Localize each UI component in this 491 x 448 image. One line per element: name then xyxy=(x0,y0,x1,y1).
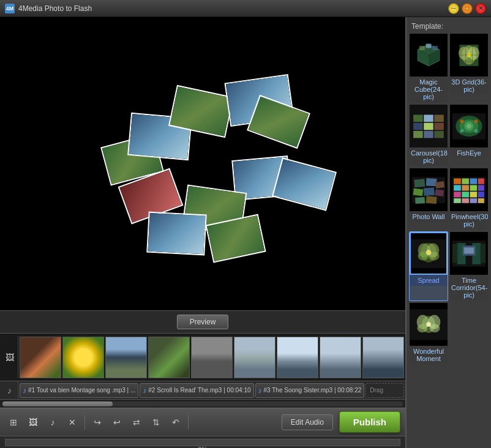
maximize-button[interactable]: □ xyxy=(462,3,473,14)
note-icon: ♪ xyxy=(23,386,26,395)
template-wonderful-moment[interactable]: Wonderful Moment xyxy=(409,302,448,365)
template-fisheye[interactable]: FishEye xyxy=(449,104,489,166)
svg-point-11 xyxy=(467,53,471,57)
svg-rect-24 xyxy=(424,130,433,138)
photo-11 xyxy=(272,157,337,211)
template-carousel[interactable]: Carousel(18-pic) xyxy=(409,104,448,166)
scrollbar-track[interactable] xyxy=(2,401,403,406)
photo-strip: 🖼 xyxy=(0,333,405,381)
svg-rect-59 xyxy=(470,198,478,203)
svg-rect-45 xyxy=(454,178,461,184)
svg-rect-6 xyxy=(432,46,438,50)
template-photo-wall[interactable]: Photo Wall xyxy=(409,168,448,230)
audio-sidebar: ♪ xyxy=(1,381,18,399)
scattered-photos xyxy=(86,66,319,262)
delete-button[interactable]: ✕ xyxy=(64,414,81,431)
loop-button[interactable]: ⇄ xyxy=(128,414,145,431)
progress-bar-area: 0% xyxy=(0,436,405,448)
svg-point-68 xyxy=(427,251,430,253)
svg-rect-36 xyxy=(414,179,425,187)
svg-rect-37 xyxy=(426,178,437,186)
svg-rect-20 xyxy=(413,122,423,130)
svg-rect-53 xyxy=(454,192,461,197)
image-icon: 🖼 xyxy=(6,353,14,362)
scrollbar-area xyxy=(0,399,405,408)
scrollbar-thumb[interactable] xyxy=(2,401,113,406)
svg-rect-74 xyxy=(452,244,458,263)
title-bar: 4M 4Media Photo to Flash ─ □ ✕ xyxy=(0,0,491,17)
strip-photo[interactable] xyxy=(191,337,233,378)
svg-rect-54 xyxy=(462,192,469,197)
drag-label: Drag xyxy=(370,387,383,394)
audio-item-3[interactable]: ♪ #3 The Soong Sister.mp3 | 00:08:22 xyxy=(255,383,365,398)
audio-item-2[interactable]: ♪ #2 Scroll Is Read' The.mp3 | 00:04:10 xyxy=(140,383,253,398)
svg-rect-55 xyxy=(470,192,478,197)
audio-track-1-text: #1 Tout va bien Montage song .mp3 | ... xyxy=(28,387,135,394)
template-thumb xyxy=(410,303,448,346)
template-pinwheel[interactable]: Pinwheel(30-pic) xyxy=(449,168,489,230)
app-title: 4Media Photo to Flash xyxy=(18,4,448,13)
template-spread[interactable]: Spread xyxy=(409,231,448,301)
svg-rect-4 xyxy=(419,46,425,50)
template-label: Pinwheel(30-pic) xyxy=(450,211,488,230)
audio-track: ♪ ♪ #1 Tout va bien Montage song .mp3 | … xyxy=(0,381,405,399)
svg-rect-60 xyxy=(478,198,484,203)
fit-button[interactable]: ⊞ xyxy=(5,414,22,431)
template-thumb xyxy=(410,232,448,275)
svg-rect-75 xyxy=(480,244,485,263)
svg-point-84 xyxy=(427,323,430,326)
template-label: Magic Cube(24-pic) xyxy=(410,77,448,102)
strip-photo[interactable] xyxy=(234,337,275,378)
template-3d-grid[interactable]: 3D Grid(36-pic) xyxy=(449,33,489,103)
svg-point-33 xyxy=(460,129,463,132)
redo-button[interactable]: ↩ xyxy=(108,414,126,431)
template-time-corridor[interactable]: Time Corridor(54-pic) xyxy=(449,231,489,301)
strip-photo[interactable] xyxy=(362,337,404,378)
close-button[interactable]: ✕ xyxy=(475,3,486,14)
back-button[interactable]: ↶ xyxy=(167,414,184,431)
preview-button[interactable]: Preview xyxy=(177,315,229,329)
template-thumb xyxy=(450,168,488,211)
audio-item-1[interactable]: ♪ #1 Tout va bien Montage song .mp3 | ..… xyxy=(20,383,138,398)
svg-rect-38 xyxy=(435,181,444,189)
photo-5 xyxy=(247,94,310,148)
image-button[interactable]: 🖼 xyxy=(24,414,42,431)
svg-rect-39 xyxy=(413,188,424,195)
note-icon: ♪ xyxy=(258,386,262,395)
audio-button[interactable]: ♪ xyxy=(44,414,61,431)
strip-photo[interactable] xyxy=(320,337,361,378)
svg-point-81 xyxy=(417,324,427,332)
separator-1 xyxy=(84,415,85,430)
template-scroll[interactable]: Magic Cube(24-pic) xyxy=(407,33,491,448)
strip-photo[interactable] xyxy=(148,337,190,378)
template-header: Template: xyxy=(407,17,491,33)
strip-photo[interactable] xyxy=(277,337,318,378)
svg-rect-42 xyxy=(415,197,425,204)
template-thumb xyxy=(450,105,488,147)
shuffle-button[interactable]: ⇅ xyxy=(148,414,165,431)
strip-photo[interactable] xyxy=(20,337,61,378)
template-thumb xyxy=(450,232,488,275)
template-magic-cube[interactable]: Magic Cube(24-pic) xyxy=(409,33,448,103)
svg-rect-56 xyxy=(478,192,484,197)
separator-2 xyxy=(188,415,189,430)
undo-button[interactable]: ↩ xyxy=(89,414,106,431)
edit-audio-button[interactable]: Edit Audio xyxy=(282,414,333,430)
audio-track-3-text: #3 The Soong Sister.mp3 | 00:08:22 xyxy=(264,387,362,394)
strip-sidebar: 🖼 xyxy=(1,336,18,378)
svg-rect-41 xyxy=(435,189,444,196)
svg-rect-40 xyxy=(424,187,435,196)
audio-drag-area[interactable]: Drag xyxy=(365,383,404,398)
svg-rect-52 xyxy=(478,185,484,190)
svg-rect-76 xyxy=(464,247,474,253)
template-thumb xyxy=(450,34,488,77)
svg-rect-5 xyxy=(426,43,432,48)
svg-rect-49 xyxy=(454,185,461,190)
strip-photos xyxy=(20,337,404,378)
svg-rect-47 xyxy=(470,178,478,184)
strip-photo[interactable] xyxy=(62,337,104,378)
publish-button[interactable]: Publish xyxy=(339,411,400,433)
svg-rect-21 xyxy=(424,122,433,130)
strip-photo[interactable] xyxy=(105,337,147,378)
minimize-button[interactable]: ─ xyxy=(448,3,459,14)
